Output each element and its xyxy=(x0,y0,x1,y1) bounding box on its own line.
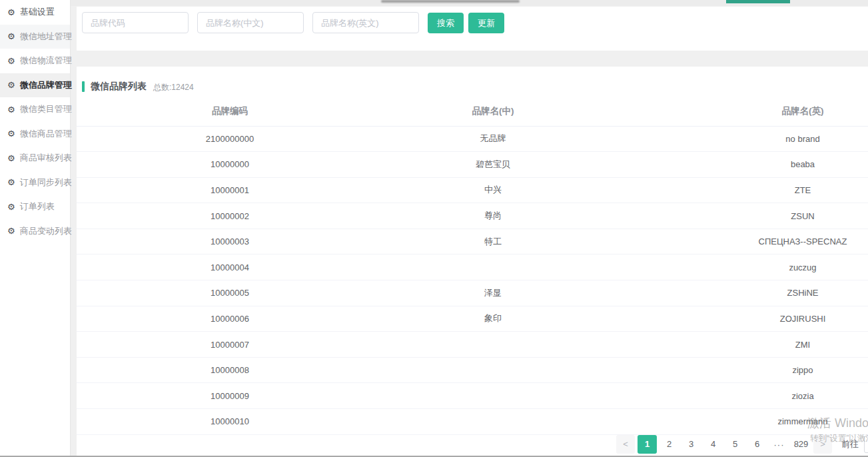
gear-icon: ⚙ xyxy=(7,81,15,89)
brand-name-cn-cell xyxy=(383,357,603,383)
brand-code-cell: 10000008 xyxy=(77,357,383,383)
gear-icon: ⚙ xyxy=(7,203,15,211)
brand-name-cn-cell: 碧芭宝贝 xyxy=(383,152,603,178)
table-row: 10000010 zimmermann xyxy=(77,409,868,435)
table-row: 10000000 碧芭宝贝 beaba xyxy=(77,152,868,178)
sidebar-item-label: 订单同步列表 xyxy=(20,177,72,189)
brand-name-en-cell: ziozia xyxy=(603,383,868,409)
page-number-button[interactable]: 4 xyxy=(703,435,723,454)
sidebar-item-label: 商品变动列表 xyxy=(20,225,72,237)
table-row: 2100000000 无品牌 no brand xyxy=(77,126,868,152)
sidebar-item-label: 商品审核列表 xyxy=(20,152,72,164)
brand-name-cn-cell xyxy=(383,383,603,409)
app-window: ⚙ 基础设置 ⚙ 微信地址管理 ⚙ 微信物流管理 ⚙ 微信品牌管理 ⚙ 微信类目… xyxy=(0,0,868,457)
brand-name-cn-cell: 中兴 xyxy=(383,177,603,203)
brand-name-cn-cell xyxy=(383,254,603,280)
jump-to-label: 前往 xyxy=(841,438,859,450)
page-number-button[interactable]: 5 xyxy=(725,435,745,454)
brand-code-cell: 10000005 xyxy=(77,280,383,306)
page-number-button[interactable]: 1 xyxy=(638,435,657,454)
brand-code-cell: 10000010 xyxy=(77,409,383,435)
brand-list-panel: 微信品牌列表 总数:12424 品牌编码 品牌名(中) 品牌名(英) 21000… xyxy=(77,67,868,456)
search-input[interactable] xyxy=(82,12,189,33)
page-number-button[interactable]: 3 xyxy=(681,435,701,454)
brand-name-en-cell: no brand xyxy=(603,126,868,152)
table-row: 10000006 象印 ZOJIRUSHI xyxy=(77,306,868,332)
sidebar-item[interactable]: ⚙ 订单同步列表 xyxy=(0,171,70,195)
brand-name-en-cell: zimmermann xyxy=(603,409,868,435)
brand-code-cell: 10000002 xyxy=(77,203,383,229)
column-header-code: 品牌编码 xyxy=(77,97,383,126)
brand-code-cell: 10000003 xyxy=(77,228,383,254)
brand-name-en-cell: СПЕЦНАЗ--SPECNAZ xyxy=(603,228,868,254)
sidebar-item[interactable]: ⚙ 微信商品管理 xyxy=(0,122,70,147)
topbar-text-fragment xyxy=(381,0,520,3)
brand-name-cn-cell xyxy=(383,332,603,358)
brand-code-cell: 10000006 xyxy=(77,306,383,332)
brand-name-en-cell: ZTE xyxy=(603,177,868,203)
brand-name-cn-cell: 泽显 xyxy=(383,280,603,306)
total-count-label: 总数:12424 xyxy=(153,81,194,93)
brand-code-cell: 10000000 xyxy=(77,152,383,178)
sidebar-item[interactable]: ⚙ 微信物流管理 xyxy=(0,49,70,73)
search-input[interactable] xyxy=(197,12,304,33)
sidebar-item[interactable]: ⚙ 基础设置 xyxy=(0,0,70,25)
page-number-button[interactable]: 6 xyxy=(747,435,767,454)
brand-name-en-cell: zuczug xyxy=(603,254,868,280)
brand-code-cell: 10000007 xyxy=(77,332,383,358)
topbar-remnant xyxy=(71,0,868,6)
gear-icon: ⚙ xyxy=(7,178,15,187)
column-header-name-cn: 品牌名(中) xyxy=(383,97,603,126)
brand-name-cn-cell: 无品牌 xyxy=(383,126,603,152)
sidebar-item[interactable]: ⚙ 微信地址管理 xyxy=(0,25,70,49)
brand-name-en-cell: beaba xyxy=(603,152,868,178)
gear-icon: ⚙ xyxy=(7,57,15,65)
brand-name-en-cell: ZSUN xyxy=(603,203,868,229)
pagination-ellipsis[interactable]: ··· xyxy=(769,440,789,450)
brand-name-cn-cell xyxy=(383,409,603,435)
title-accent-bar xyxy=(82,81,85,92)
jump-page-input[interactable] xyxy=(864,436,868,453)
brand-name-en-cell: ZMI xyxy=(603,332,868,358)
sidebar-item[interactable]: ⚙ 订单列表 xyxy=(0,195,70,219)
sidebar-item-label: 微信品牌管理 xyxy=(20,79,72,91)
update-button[interactable]: 更新 xyxy=(468,13,504,33)
gear-icon: ⚙ xyxy=(7,154,15,163)
table-row: 10000001 中兴 ZTE xyxy=(77,177,868,203)
panel-title-row: 微信品牌列表 总数:12424 xyxy=(77,67,868,97)
search-input[interactable] xyxy=(312,12,419,33)
table-row: 10000008 zippo xyxy=(77,357,868,383)
sidebar-item-label: 微信地址管理 xyxy=(20,31,72,43)
sidebar-item[interactable]: ⚙ 商品变动列表 xyxy=(0,219,70,244)
brand-code-cell: 10000009 xyxy=(77,383,383,409)
table-header-row: 品牌编码 品牌名(中) 品牌名(英) xyxy=(77,97,868,126)
brand-name-en-cell: ZSHiNE xyxy=(603,280,868,306)
table-row: 10000007 ZMI xyxy=(77,332,868,358)
next-page-button[interactable]: > xyxy=(813,435,832,454)
sidebar-item[interactable]: ⚙ 微信品牌管理 xyxy=(0,73,70,98)
sidebar-item-label: 微信类目管理 xyxy=(20,103,72,115)
page-number-button[interactable]: 2 xyxy=(659,435,679,454)
brand-name-en-cell: ZOJIRUSHI xyxy=(603,306,868,332)
table-row: 10000009 ziozia xyxy=(77,383,868,409)
sidebar-item[interactable]: ⚙ 微信类目管理 xyxy=(0,97,70,122)
gear-icon: ⚙ xyxy=(7,227,15,235)
pagination: < 1 2 3 4 5 6 ··· 829 > 前往 xyxy=(615,435,868,454)
search-button[interactable]: 搜索 xyxy=(428,13,464,33)
sidebar-item[interactable]: ⚙ 商品审核列表 xyxy=(0,146,70,171)
table-row: 10000002 尊尚 ZSUN xyxy=(77,203,868,229)
last-page-button[interactable]: 829 xyxy=(791,435,811,454)
page-title: 微信品牌列表 xyxy=(91,81,147,93)
gear-icon: ⚙ xyxy=(7,105,15,114)
table-row: 10000004 zuczug xyxy=(77,254,868,280)
column-header-name-en: 品牌名(英) xyxy=(603,97,868,126)
prev-page-button[interactable]: < xyxy=(616,435,635,454)
topbar-teal-fragment xyxy=(726,0,790,3)
table-row: 10000005 泽显 ZSHiNE xyxy=(77,280,868,306)
brand-code-cell: 2100000000 xyxy=(77,126,383,152)
brand-name-cn-cell: 特工 xyxy=(383,228,603,254)
gear-icon: ⚙ xyxy=(7,32,15,41)
sidebar-item-label: 基础设置 xyxy=(20,6,55,18)
search-panel: 搜索 更新 xyxy=(77,7,868,51)
sidebar: ⚙ 基础设置 ⚙ 微信地址管理 ⚙ 微信物流管理 ⚙ 微信品牌管理 ⚙ 微信类目… xyxy=(0,0,71,456)
